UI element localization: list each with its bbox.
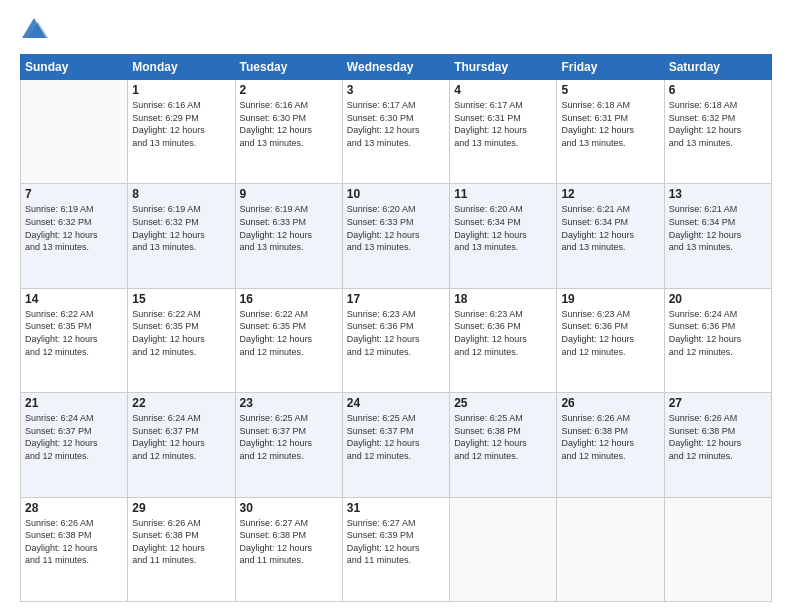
calendar-cell: 4Sunrise: 6:17 AMSunset: 6:31 PMDaylight… — [450, 80, 557, 184]
calendar-cell: 21Sunrise: 6:24 AMSunset: 6:37 PMDayligh… — [21, 393, 128, 497]
day-info: Sunrise: 6:22 AMSunset: 6:35 PMDaylight:… — [132, 308, 230, 358]
calendar-cell: 17Sunrise: 6:23 AMSunset: 6:36 PMDayligh… — [342, 288, 449, 392]
calendar-cell: 29Sunrise: 6:26 AMSunset: 6:38 PMDayligh… — [128, 497, 235, 601]
calendar-cell: 3Sunrise: 6:17 AMSunset: 6:30 PMDaylight… — [342, 80, 449, 184]
day-info: Sunrise: 6:19 AMSunset: 6:32 PMDaylight:… — [132, 203, 230, 253]
calendar-week-row: 14Sunrise: 6:22 AMSunset: 6:35 PMDayligh… — [21, 288, 772, 392]
day-info: Sunrise: 6:26 AMSunset: 6:38 PMDaylight:… — [561, 412, 659, 462]
day-number: 29 — [132, 501, 230, 515]
day-info: Sunrise: 6:27 AMSunset: 6:38 PMDaylight:… — [240, 517, 338, 567]
day-info: Sunrise: 6:23 AMSunset: 6:36 PMDaylight:… — [561, 308, 659, 358]
calendar-cell: 11Sunrise: 6:20 AMSunset: 6:34 PMDayligh… — [450, 184, 557, 288]
calendar-cell: 22Sunrise: 6:24 AMSunset: 6:37 PMDayligh… — [128, 393, 235, 497]
calendar-cell: 28Sunrise: 6:26 AMSunset: 6:38 PMDayligh… — [21, 497, 128, 601]
calendar-week-row: 28Sunrise: 6:26 AMSunset: 6:38 PMDayligh… — [21, 497, 772, 601]
weekday-header-friday: Friday — [557, 55, 664, 80]
day-number: 5 — [561, 83, 659, 97]
day-info: Sunrise: 6:18 AMSunset: 6:31 PMDaylight:… — [561, 99, 659, 149]
day-number: 25 — [454, 396, 552, 410]
calendar-table: SundayMondayTuesdayWednesdayThursdayFrid… — [20, 54, 772, 602]
day-number: 19 — [561, 292, 659, 306]
day-info: Sunrise: 6:26 AMSunset: 6:38 PMDaylight:… — [669, 412, 767, 462]
calendar-week-row: 1Sunrise: 6:16 AMSunset: 6:29 PMDaylight… — [21, 80, 772, 184]
calendar-cell — [664, 497, 771, 601]
day-info: Sunrise: 6:22 AMSunset: 6:35 PMDaylight:… — [25, 308, 123, 358]
day-number: 30 — [240, 501, 338, 515]
day-info: Sunrise: 6:21 AMSunset: 6:34 PMDaylight:… — [561, 203, 659, 253]
day-number: 16 — [240, 292, 338, 306]
day-number: 10 — [347, 187, 445, 201]
day-info: Sunrise: 6:19 AMSunset: 6:33 PMDaylight:… — [240, 203, 338, 253]
weekday-header-sunday: Sunday — [21, 55, 128, 80]
calendar-cell: 15Sunrise: 6:22 AMSunset: 6:35 PMDayligh… — [128, 288, 235, 392]
day-info: Sunrise: 6:19 AMSunset: 6:32 PMDaylight:… — [25, 203, 123, 253]
day-info: Sunrise: 6:22 AMSunset: 6:35 PMDaylight:… — [240, 308, 338, 358]
logo — [20, 16, 52, 44]
day-number: 1 — [132, 83, 230, 97]
calendar-cell: 5Sunrise: 6:18 AMSunset: 6:31 PMDaylight… — [557, 80, 664, 184]
day-info: Sunrise: 6:25 AMSunset: 6:37 PMDaylight:… — [347, 412, 445, 462]
calendar-cell: 2Sunrise: 6:16 AMSunset: 6:30 PMDaylight… — [235, 80, 342, 184]
day-info: Sunrise: 6:24 AMSunset: 6:36 PMDaylight:… — [669, 308, 767, 358]
day-number: 15 — [132, 292, 230, 306]
page: SundayMondayTuesdayWednesdayThursdayFrid… — [0, 0, 792, 612]
day-info: Sunrise: 6:18 AMSunset: 6:32 PMDaylight:… — [669, 99, 767, 149]
day-number: 11 — [454, 187, 552, 201]
day-info: Sunrise: 6:26 AMSunset: 6:38 PMDaylight:… — [25, 517, 123, 567]
day-number: 17 — [347, 292, 445, 306]
calendar-cell: 27Sunrise: 6:26 AMSunset: 6:38 PMDayligh… — [664, 393, 771, 497]
day-number: 2 — [240, 83, 338, 97]
calendar-cell: 19Sunrise: 6:23 AMSunset: 6:36 PMDayligh… — [557, 288, 664, 392]
calendar-cell: 16Sunrise: 6:22 AMSunset: 6:35 PMDayligh… — [235, 288, 342, 392]
weekday-header-row: SundayMondayTuesdayWednesdayThursdayFrid… — [21, 55, 772, 80]
day-info: Sunrise: 6:20 AMSunset: 6:34 PMDaylight:… — [454, 203, 552, 253]
day-info: Sunrise: 6:17 AMSunset: 6:30 PMDaylight:… — [347, 99, 445, 149]
day-number: 14 — [25, 292, 123, 306]
day-number: 6 — [669, 83, 767, 97]
calendar-cell: 8Sunrise: 6:19 AMSunset: 6:32 PMDaylight… — [128, 184, 235, 288]
day-info: Sunrise: 6:25 AMSunset: 6:38 PMDaylight:… — [454, 412, 552, 462]
day-info: Sunrise: 6:23 AMSunset: 6:36 PMDaylight:… — [347, 308, 445, 358]
calendar-cell: 23Sunrise: 6:25 AMSunset: 6:37 PMDayligh… — [235, 393, 342, 497]
day-number: 18 — [454, 292, 552, 306]
calendar-cell: 9Sunrise: 6:19 AMSunset: 6:33 PMDaylight… — [235, 184, 342, 288]
day-number: 31 — [347, 501, 445, 515]
calendar-cell: 20Sunrise: 6:24 AMSunset: 6:36 PMDayligh… — [664, 288, 771, 392]
weekday-header-saturday: Saturday — [664, 55, 771, 80]
day-info: Sunrise: 6:16 AMSunset: 6:30 PMDaylight:… — [240, 99, 338, 149]
day-info: Sunrise: 6:25 AMSunset: 6:37 PMDaylight:… — [240, 412, 338, 462]
header — [20, 16, 772, 44]
day-number: 7 — [25, 187, 123, 201]
calendar-cell: 24Sunrise: 6:25 AMSunset: 6:37 PMDayligh… — [342, 393, 449, 497]
day-number: 24 — [347, 396, 445, 410]
day-number: 3 — [347, 83, 445, 97]
day-info: Sunrise: 6:23 AMSunset: 6:36 PMDaylight:… — [454, 308, 552, 358]
day-info: Sunrise: 6:24 AMSunset: 6:37 PMDaylight:… — [132, 412, 230, 462]
day-info: Sunrise: 6:26 AMSunset: 6:38 PMDaylight:… — [132, 517, 230, 567]
calendar-cell: 1Sunrise: 6:16 AMSunset: 6:29 PMDaylight… — [128, 80, 235, 184]
calendar-cell — [450, 497, 557, 601]
calendar-cell: 26Sunrise: 6:26 AMSunset: 6:38 PMDayligh… — [557, 393, 664, 497]
day-number: 9 — [240, 187, 338, 201]
calendar-cell: 31Sunrise: 6:27 AMSunset: 6:39 PMDayligh… — [342, 497, 449, 601]
calendar-cell: 7Sunrise: 6:19 AMSunset: 6:32 PMDaylight… — [21, 184, 128, 288]
day-info: Sunrise: 6:17 AMSunset: 6:31 PMDaylight:… — [454, 99, 552, 149]
calendar-cell: 30Sunrise: 6:27 AMSunset: 6:38 PMDayligh… — [235, 497, 342, 601]
day-info: Sunrise: 6:21 AMSunset: 6:34 PMDaylight:… — [669, 203, 767, 253]
day-info: Sunrise: 6:27 AMSunset: 6:39 PMDaylight:… — [347, 517, 445, 567]
calendar-cell: 14Sunrise: 6:22 AMSunset: 6:35 PMDayligh… — [21, 288, 128, 392]
weekday-header-tuesday: Tuesday — [235, 55, 342, 80]
day-number: 4 — [454, 83, 552, 97]
calendar-cell: 10Sunrise: 6:20 AMSunset: 6:33 PMDayligh… — [342, 184, 449, 288]
day-number: 8 — [132, 187, 230, 201]
logo-icon — [20, 16, 48, 44]
calendar-cell: 13Sunrise: 6:21 AMSunset: 6:34 PMDayligh… — [664, 184, 771, 288]
weekday-header-monday: Monday — [128, 55, 235, 80]
day-number: 12 — [561, 187, 659, 201]
day-number: 21 — [25, 396, 123, 410]
calendar-cell: 25Sunrise: 6:25 AMSunset: 6:38 PMDayligh… — [450, 393, 557, 497]
day-info: Sunrise: 6:16 AMSunset: 6:29 PMDaylight:… — [132, 99, 230, 149]
calendar-week-row: 7Sunrise: 6:19 AMSunset: 6:32 PMDaylight… — [21, 184, 772, 288]
calendar-week-row: 21Sunrise: 6:24 AMSunset: 6:37 PMDayligh… — [21, 393, 772, 497]
day-number: 13 — [669, 187, 767, 201]
